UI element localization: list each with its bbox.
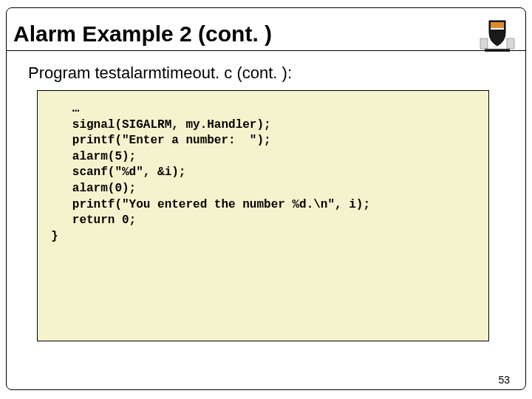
title-underline bbox=[6, 50, 526, 51]
code-line: alarm(0); bbox=[51, 181, 475, 197]
code-line: } bbox=[51, 229, 475, 245]
page-number: 53 bbox=[498, 374, 510, 386]
code-line: printf("You entered the number %d.\n", i… bbox=[51, 197, 475, 214]
princeton-crest-icon bbox=[476, 16, 519, 52]
code-line: signal(SIGALRM, my.Handler); bbox=[51, 117, 475, 134]
code-line: scanf("%d", &i); bbox=[51, 165, 475, 181]
svg-rect-2 bbox=[507, 38, 514, 49]
svg-rect-0 bbox=[491, 28, 504, 30]
code-block: … signal(SIGALRM, my.Handler); printf("E… bbox=[37, 90, 489, 341]
code-line: printf("Enter a number: "); bbox=[51, 133, 475, 149]
slide-title: Alarm Example 2 (cont. ) bbox=[13, 21, 272, 47]
svg-rect-1 bbox=[480, 38, 488, 49]
slide-subtitle: Program testalarmtimeout. c (cont. ): bbox=[28, 64, 292, 83]
title-bar: Alarm Example 2 (cont. ) bbox=[13, 15, 519, 53]
code-line: … bbox=[51, 101, 475, 117]
code-line: alarm(5); bbox=[51, 149, 475, 166]
code-line: return 0; bbox=[51, 213, 475, 229]
